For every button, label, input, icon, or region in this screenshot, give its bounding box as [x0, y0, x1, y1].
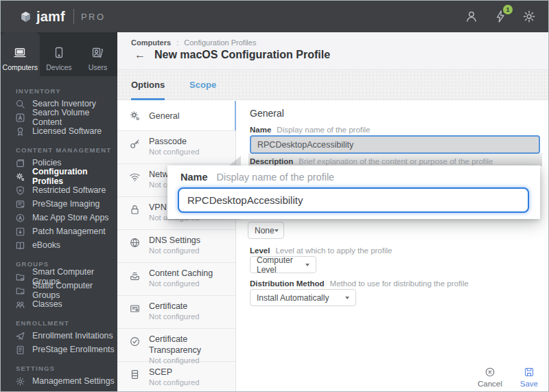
users-icon — [90, 45, 105, 60]
description-hint: Brief explanation of the content or purp… — [299, 157, 493, 165]
imaging-icon — [15, 199, 25, 209]
level-hint: Level at which to apply the profile — [275, 246, 392, 255]
sidebar-item-label: Management Settings — [32, 376, 115, 386]
sidebar-item-search-volume-content[interactable]: Search Volume Content — [1, 111, 117, 124]
check-circle-icon — [129, 336, 141, 347]
sidebar-item-prestage-enrollments[interactable]: PreStage Enrollments — [1, 343, 117, 356]
payload-status: Not configured — [149, 279, 213, 289]
breadcrumb-configuration-profiles[interactable]: Configuration Profiles — [184, 38, 256, 47]
context-tab-bar: Computers Devices Users — [1, 32, 117, 76]
sidebar-item-label: PreStage Imaging — [32, 199, 100, 209]
sidebar-item-enrollment-invitations[interactable]: Enrollment Invitations — [1, 329, 117, 343]
sidebar-item-management-settings[interactable]: Management Settings — [1, 374, 117, 388]
cancel-circle-x-icon — [484, 367, 495, 378]
cancel-button[interactable]: Cancel — [478, 367, 502, 388]
payload-scep[interactable]: SCEP Not configured — [117, 362, 235, 392]
name-label: Name — [250, 126, 271, 134]
book-icon — [15, 240, 25, 251]
level-dropdown[interactable]: Computer Level — [250, 256, 316, 273]
save-label: Save — [520, 380, 538, 388]
category-dropdown[interactable]: None — [248, 222, 284, 239]
sidebar-item-label: Configuration Profiles — [32, 167, 117, 186]
callout-name-label: Name — [180, 172, 208, 183]
notification-badge: 1 — [503, 5, 513, 14]
name-field-magnified-callout: Name Display name of the profile — [167, 165, 540, 219]
sidebar-item-label: Classes — [32, 299, 62, 309]
sidebar-item-configuration-profiles[interactable]: Configuration Profiles — [1, 170, 117, 183]
tab-devices[interactable]: Devices — [40, 32, 79, 76]
tab-devices-label: Devices — [46, 63, 71, 71]
ribbon-icon — [15, 126, 25, 137]
gear-icon — [15, 376, 25, 387]
nav-section-inventory: INVENTORY — [1, 85, 117, 97]
callout-name-input[interactable] — [178, 187, 529, 213]
settings-button[interactable] — [522, 10, 536, 23]
tab-scope[interactable]: Scope — [189, 70, 216, 100]
save-button[interactable]: Save — [520, 367, 538, 388]
server-icon — [129, 369, 141, 380]
jamf-pro-window: jamf PRO 1 — [0, 0, 549, 392]
footer-actions: Cancel Save — [478, 367, 538, 388]
sidebar-item-mac-app-store-apps[interactable]: Mac App Store Apps — [1, 211, 117, 224]
payload-status: Not configured — [149, 378, 199, 388]
sidebar-item-label: Patch Management — [32, 227, 106, 236]
profile-tab-strip: Options Scope — [117, 70, 549, 100]
sidebar-item-label: Restricted Software — [32, 185, 106, 195]
payload-list: General Passcode Not configured Network … — [117, 101, 236, 392]
tab-computers[interactable]: Computers — [1, 32, 40, 76]
payload-title: General — [149, 111, 179, 122]
lock-icon — [129, 204, 141, 216]
sidebar-item-licensed-software[interactable]: Licensed Software — [1, 124, 117, 138]
chevron-down-icon — [305, 264, 309, 266]
gears-icon — [15, 172, 25, 182]
distribution-method-label: Distribution Method — [250, 279, 325, 288]
category-value: None — [255, 226, 274, 235]
account-button[interactable] — [465, 10, 478, 23]
back-arrow-icon[interactable]: ← — [135, 49, 145, 61]
sidebar-item-label: Enrollment Invitations — [32, 331, 113, 341]
payload-title: Certificate Transparency — [149, 334, 230, 356]
folder-plus-icon — [15, 286, 25, 296]
payload-passcode[interactable]: Passcode Not configured — [117, 131, 235, 164]
sidebar-item-patch-management[interactable]: Patch Management — [1, 224, 117, 238]
breadcrumb-computers[interactable]: Computers — [131, 38, 171, 47]
payload-status: Not configured — [149, 246, 200, 256]
name-input[interactable] — [250, 135, 540, 154]
distribution-method-dropdown[interactable]: Install Automatically — [250, 289, 356, 306]
name-hint: Display name of the profile — [277, 126, 370, 134]
shield-x-icon — [15, 185, 25, 196]
wifi-icon — [129, 171, 141, 183]
tab-options[interactable]: Options — [131, 70, 165, 100]
laptop-icon — [12, 45, 27, 60]
payload-certificate-transparency[interactable]: Certificate Transparency Not configured — [117, 329, 235, 362]
level-value: Computer Level — [257, 255, 305, 275]
tab-users[interactable]: Users — [78, 32, 117, 76]
form-section-title: General — [250, 108, 284, 119]
certificate-icon — [129, 303, 141, 314]
sidebar-item-label: Search Volume Content — [32, 108, 117, 127]
jamf-logo[interactable]: jamf PRO — [20, 9, 106, 25]
notifications-button[interactable]: 1 — [493, 10, 507, 23]
patch-icon — [15, 227, 25, 237]
payload-content-caching[interactable]: Content Caching Not configured — [117, 263, 235, 296]
clipboard-icon — [15, 345, 25, 355]
sidebar-item-static-computer-groups[interactable]: Static Computer Groups — [1, 284, 117, 297]
sidebar-item-label: Search Inventory — [32, 99, 96, 108]
policies-icon — [15, 158, 25, 168]
payload-dns-settings[interactable]: DNS Settings Not configured — [117, 230, 235, 263]
person-icon — [465, 10, 478, 23]
payload-title: SCEP — [149, 367, 199, 378]
search-icon — [15, 99, 25, 109]
nav-section-enrollment: ENROLLMENT — [1, 317, 117, 329]
tablet-icon — [51, 45, 67, 60]
cancel-label: Cancel — [478, 380, 502, 388]
payload-certificate[interactable]: Certificate Not configured — [117, 296, 235, 329]
sidebar-item-ebooks[interactable]: eBooks — [1, 238, 117, 252]
brand-suffix: PRO — [81, 12, 106, 22]
sidebar-item-prestage-imaging[interactable]: PreStage Imaging — [1, 197, 117, 211]
app-store-icon — [15, 213, 25, 223]
payload-general[interactable]: General — [117, 101, 235, 131]
level-label: Level — [250, 246, 270, 255]
paper-plane-icon — [15, 331, 25, 341]
sidebar-item-restricted-software[interactable]: Restricted Software — [1, 183, 117, 197]
